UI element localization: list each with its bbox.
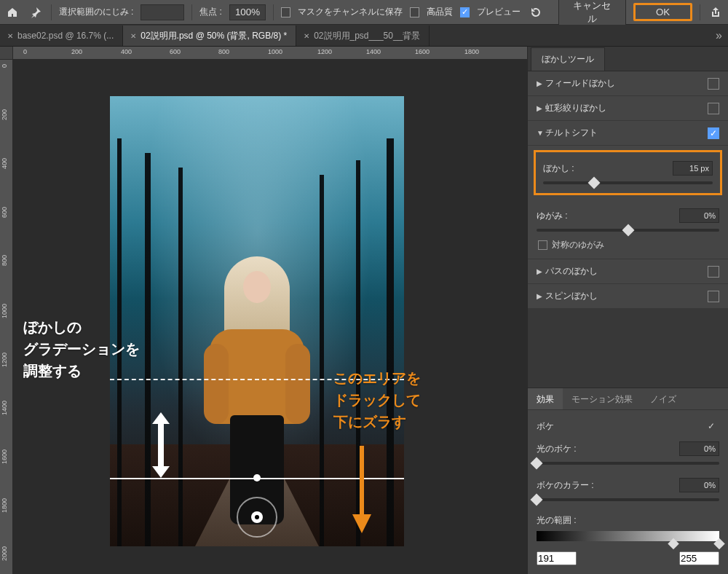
- share-icon[interactable]: [708, 4, 724, 21]
- arrow-updown-icon: [150, 412, 172, 478]
- bokeh-color-slider[interactable]: [537, 498, 719, 501]
- ruler-tick: 600: [170, 48, 181, 55]
- symmetric-distortion-checkbox[interactable]: [538, 240, 547, 250]
- distortion-section: ゆがみ : 対称のゆがみ: [528, 200, 728, 259]
- light-range-label: 光の範囲 :: [537, 514, 719, 527]
- accordion-label: チルトシフト: [545, 127, 708, 139]
- ruler-tick: 800: [218, 48, 229, 55]
- close-icon[interactable]: ✕: [7, 32, 13, 40]
- pin-icon[interactable]: [28, 4, 44, 21]
- slider-thumb[interactable]: [531, 457, 543, 470]
- enable-checkbox[interactable]: [708, 266, 719, 278]
- path-blur-row[interactable]: ▶ パスのぼかし: [528, 259, 728, 284]
- svg-rect-0: [360, 446, 364, 516]
- slider-thumb[interactable]: [622, 224, 634, 237]
- mask-channel-label: マスクをチャンネルに保存: [298, 6, 403, 18]
- image-tree: [117, 138, 122, 546]
- ruler-tick: 200: [71, 48, 82, 55]
- light-bokeh-label: 光のボケ :: [537, 443, 679, 455]
- preview-checkbox[interactable]: ✓: [460, 7, 470, 17]
- tab-label: 02説明用.psd @ 50% (背景, RGB/8) *: [141, 30, 287, 42]
- image-tree: [178, 168, 183, 546]
- image-tree: [320, 175, 324, 546]
- tiltshift-center-dial[interactable]: [237, 497, 277, 538]
- ruler-tick: 1200: [1, 353, 8, 367]
- document-tab[interactable]: ✕ base02.psd @ 16.7% (...: [0, 25, 123, 46]
- ruler-tick: 0: [23, 48, 27, 55]
- bokeh-color-label: ボケのカラー :: [537, 479, 679, 492]
- light-bokeh-slider[interactable]: [537, 462, 719, 465]
- blur-value-input[interactable]: [673, 161, 713, 176]
- document-tab-bar: ✕ base02.psd @ 16.7% (... ✕ 02説明用.psd @ …: [0, 25, 728, 47]
- document-tab[interactable]: ✕ 02説明用_psd___50__背景: [296, 25, 430, 46]
- tab-noise[interactable]: ノイズ: [641, 388, 685, 409]
- ruler-tick: 400: [1, 158, 8, 169]
- image-tree: [387, 138, 394, 546]
- home-icon[interactable]: [4, 4, 20, 21]
- ruler-tick: 1400: [366, 48, 381, 55]
- accordion-label: フィールドぼかし: [545, 77, 708, 90]
- blur-tools-tab[interactable]: ぼかしツール: [531, 47, 605, 71]
- light-range-high-input[interactable]: [679, 551, 719, 565]
- ruler-tick: 600: [1, 207, 8, 218]
- selection-bleed-label: 選択範囲のにじみ :: [59, 6, 134, 18]
- ok-button[interactable]: OK: [633, 3, 692, 21]
- distortion-label: ゆがみ :: [537, 210, 679, 222]
- blur-tools-tabrow: ぼかしツール: [528, 47, 728, 71]
- close-icon[interactable]: ✕: [304, 32, 309, 40]
- canvas-area: 0 200 400 600 800 1000 1200 1400 1600 18…: [0, 47, 527, 574]
- spin-blur-row[interactable]: ▶ スピンぼかし: [528, 284, 728, 309]
- symmetric-distortion-label: 対称のゆがみ: [552, 239, 604, 251]
- close-icon[interactable]: ✕: [130, 32, 136, 40]
- document-tab[interactable]: ✕ 02説明用.psd @ 50% (背景, RGB/8) *: [123, 25, 296, 46]
- tab-label: base02.psd @ 16.7% (...: [17, 31, 114, 41]
- selection-bleed-input[interactable]: [141, 4, 184, 20]
- tiltshift-dashed-top[interactable]: [110, 379, 404, 380]
- enable-checkbox[interactable]: [708, 103, 719, 114]
- tab-effect[interactable]: 効果: [528, 388, 563, 409]
- iris-blur-row[interactable]: ▶ 虹彩絞りぼかし: [528, 96, 728, 121]
- tilt-shift-row[interactable]: ▼ チルトシフト ✓: [528, 121, 728, 146]
- enable-checkbox[interactable]: [708, 78, 719, 90]
- options-bar: 選択範囲のにじみ : 焦点 : マスクをチャンネルに保存 高品質 ✓ プレビュー…: [0, 0, 728, 25]
- light-range-gradient[interactable]: [537, 531, 719, 541]
- light-range-low-input[interactable]: [537, 551, 577, 565]
- chevron-right-icon: ▶: [537, 104, 545, 112]
- canvas[interactable]: ぼかしの グラデーションを 調整する このエリアを ドラックして 下にズラす: [13, 60, 527, 574]
- range-handle-high[interactable]: [713, 538, 725, 550]
- chevron-down-icon: ▼: [537, 129, 545, 137]
- tiltshift-solid-handle[interactable]: [253, 474, 261, 481]
- chevron-right-icon: ▶: [537, 292, 545, 300]
- accordion-label: パスのぼかし: [545, 265, 708, 278]
- distortion-value-input[interactable]: [679, 208, 719, 223]
- horizontal-ruler: 0 200 400 600 800 1000 1200 1400 1600 18…: [13, 47, 527, 60]
- ruler-tick: 400: [121, 48, 132, 55]
- bokeh-color-input[interactable]: [679, 478, 719, 492]
- ruler-tick: 1000: [268, 48, 282, 55]
- light-bokeh-input[interactable]: [679, 441, 719, 456]
- slider-thumb[interactable]: [531, 494, 543, 506]
- bokeh-checkbox[interactable]: ✓: [708, 421, 719, 433]
- tab-motion-effect[interactable]: モーション効果: [563, 388, 641, 409]
- main-area: 0 200 400 600 800 1000 1200 1400 1600 18…: [0, 47, 728, 574]
- ruler-tick: 800: [1, 255, 8, 266]
- enable-checkbox[interactable]: [708, 291, 719, 302]
- focus-input[interactable]: [229, 4, 266, 20]
- bokeh-label: ボケ: [537, 420, 708, 433]
- cancel-button[interactable]: キャンセル: [558, 0, 626, 28]
- mask-channel-checkbox[interactable]: [281, 7, 290, 17]
- reset-icon[interactable]: [528, 4, 544, 21]
- focus-label: 焦点 :: [199, 6, 222, 18]
- tab-overflow-icon[interactable]: »: [710, 29, 728, 42]
- blur-slider[interactable]: [543, 181, 713, 184]
- slider-thumb[interactable]: [587, 177, 600, 189]
- vertical-ruler: 0 200 400 600 800 1000 1200 1400 1600 18…: [0, 60, 13, 574]
- ruler-tick: 1000: [1, 304, 8, 318]
- range-handle-low[interactable]: [668, 538, 679, 550]
- distortion-slider[interactable]: [537, 229, 719, 232]
- field-blur-row[interactable]: ▶ フィールドぼかし: [528, 71, 728, 96]
- blur-param-section: ぼかし :: [534, 150, 722, 195]
- high-quality-checkbox[interactable]: [410, 7, 419, 17]
- ruler-tick: 200: [1, 109, 8, 120]
- enable-checkbox[interactable]: ✓: [708, 127, 719, 139]
